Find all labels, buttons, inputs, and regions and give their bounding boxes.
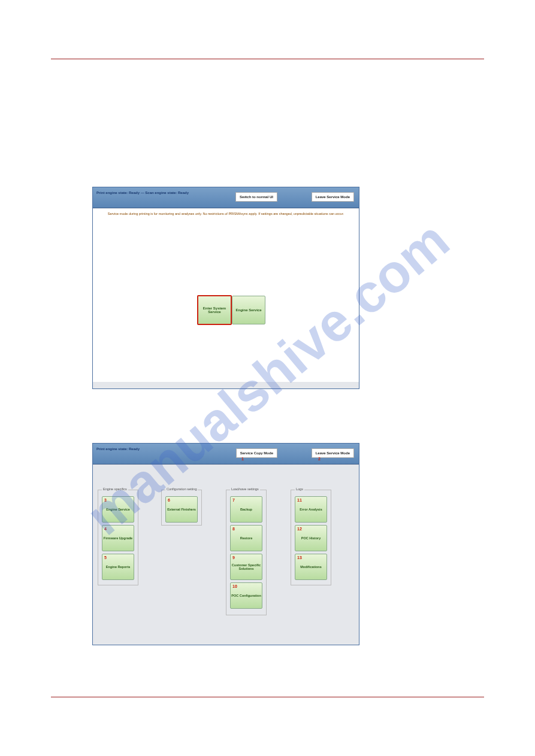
group-label: Engine specifics: [102, 487, 128, 491]
body: Engine specifics 3Engine Service 4Firmwa…: [93, 464, 359, 644]
group-label: Load/save settings: [230, 487, 260, 491]
page: manualshive.com Print engine state: Read…: [0, 0, 535, 756]
group-engine-specifics: Engine specifics 3Engine Service 4Firmwa…: [98, 490, 138, 585]
engine-status: Print engine state: Ready --- Scan engin…: [96, 191, 189, 195]
group-label: Configuration setting: [165, 487, 198, 491]
switch-ui-button[interactable]: Switch to normal UI: [235, 192, 277, 202]
warning-text: Service mode during printing is for moni…: [93, 208, 359, 215]
group-config-setting: Configuration setting 6External Finisher…: [161, 490, 202, 526]
engine-reports-button[interactable]: 5Engine Reports: [102, 554, 134, 580]
enter-system-service-button[interactable]: Enter System Service: [197, 295, 232, 325]
group-logs: Logs 11Error Analysis 12POC History 13Mo…: [291, 490, 331, 585]
firmware-upgrade-button[interactable]: 4Firmware Upgrade: [102, 525, 134, 551]
engine-service-button[interactable]: Engine Service: [232, 296, 265, 324]
error-analysis-button[interactable]: 11Error Analysis: [295, 496, 327, 523]
body: Service mode during printing is for moni…: [93, 208, 359, 382]
engine-status: Print engine state: Ready: [96, 447, 140, 451]
callout-1: 1: [241, 457, 244, 461]
titlebar: Print engine state: Ready Service Copy M…: [93, 444, 359, 464]
rule-top: [51, 59, 484, 59]
poc-history-button[interactable]: 12POC History: [295, 525, 327, 551]
screenshot-1: Print engine state: Ready --- Scan engin…: [92, 187, 359, 389]
callout-2: 2: [318, 457, 321, 461]
group-load-save: Load/save settings 7Backup 8Restore 9Cus…: [226, 490, 267, 615]
restore-button[interactable]: 8Restore: [230, 525, 262, 551]
engine-service-button[interactable]: 3Engine Service: [102, 496, 134, 523]
rule-bottom: [51, 697, 484, 697]
leave-service-button[interactable]: Leave Service Mode: [312, 192, 354, 202]
group-label: Logs: [295, 487, 304, 491]
backup-button[interactable]: 7Backup: [230, 496, 262, 523]
external-finishers-button[interactable]: 6External Finishers: [165, 496, 198, 523]
modifications-button[interactable]: 13Modifications: [295, 554, 327, 580]
css-button[interactable]: 9Customer Specific Solutions: [230, 554, 262, 580]
titlebar: Print engine state: Ready --- Scan engin…: [93, 187, 359, 208]
poc-config-button[interactable]: 10POC Configuration: [230, 582, 262, 609]
screenshot-2: Print engine state: Ready Service Copy M…: [92, 443, 359, 645]
